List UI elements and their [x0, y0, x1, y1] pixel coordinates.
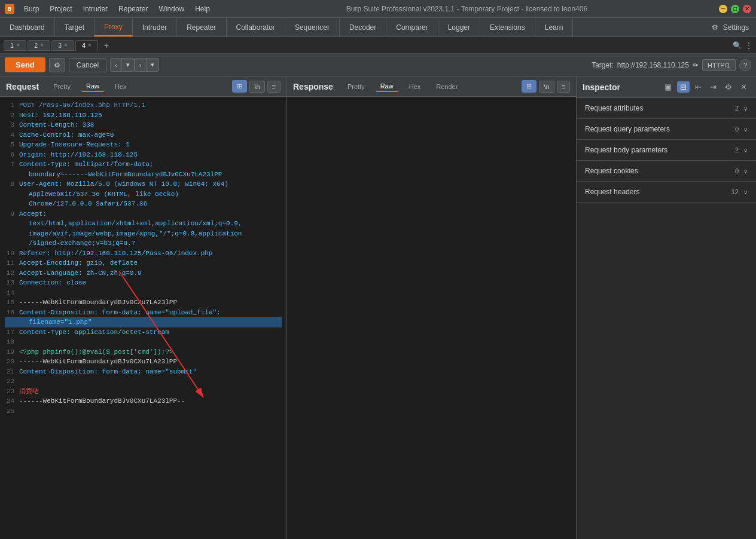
tab-add-button[interactable]: +: [99, 39, 114, 51]
toolbar: Send ⚙ Cancel ‹ ▾ › ▾ Target: http://192…: [0, 54, 756, 76]
request-wrap-button[interactable]: ⊞: [232, 80, 247, 93]
code-line: Chrome/127.0.0.0 Safari/537.36: [5, 199, 282, 209]
nav-sequencer[interactable]: Sequencer: [285, 18, 340, 36]
cancel-button[interactable]: Cancel: [69, 58, 106, 72]
nav-comparer[interactable]: Comparer: [386, 18, 438, 36]
http-version-selector[interactable]: HTTP/1: [702, 59, 736, 71]
nav-repeater[interactable]: Repeater: [177, 18, 226, 36]
tab-3[interactable]: 3 ×: [51, 40, 74, 51]
request-panel: Request Pretty Raw Hex ⊞ \n ≡ 1 POST /Pa…: [0, 76, 287, 539]
app-title: Burp Suite Professional v2023.1.1 - Temp…: [215, 5, 719, 13]
nav-back-dropdown[interactable]: ▾: [122, 58, 135, 72]
inspector-close[interactable]: ✕: [737, 81, 750, 93]
section-headers-count: 12: [731, 188, 739, 195]
inspector-section-attributes: Request attributes 2 ∨: [577, 98, 756, 119]
send-button[interactable]: Send: [5, 57, 45, 72]
close-button[interactable]: ✕: [743, 5, 751, 13]
response-view-raw[interactable]: Raw: [376, 81, 398, 92]
nav-decoder[interactable]: Decoder: [340, 18, 386, 36]
tab-2-close[interactable]: ×: [40, 42, 44, 48]
minimize-button[interactable]: ─: [719, 5, 727, 13]
code-line: 4 Cache-Control: max-age=0: [5, 130, 282, 140]
tab-search: 🔍 ⋮: [733, 41, 752, 50]
tab-2[interactable]: 2 ×: [28, 40, 50, 51]
edit-icon[interactable]: ✏: [693, 61, 699, 69]
code-line: 1 POST /Pass-06/index.php HTTP/1.1: [5, 100, 282, 111]
tab-4[interactable]: 4 ×: [75, 40, 98, 51]
tab-4-close[interactable]: ×: [88, 42, 92, 48]
menu-help[interactable]: Help: [190, 4, 215, 14]
request-title: Request: [6, 82, 39, 91]
more-icon[interactable]: ⋮: [745, 41, 752, 50]
code-line: 5 Upgrade-Insecure-Requests: 1: [5, 140, 282, 150]
inspector-view-single[interactable]: ▣: [662, 81, 675, 93]
menu-intruder[interactable]: Intruder: [78, 4, 112, 14]
nav-fwd-button[interactable]: ›: [135, 58, 147, 72]
code-line: 16 Content-Disposition: form-data; name=…: [5, 308, 282, 318]
request-view-hex[interactable]: Hex: [110, 82, 132, 91]
nav-settings[interactable]: ⚙ Settings: [705, 18, 756, 36]
menu-window[interactable]: Window: [154, 4, 189, 14]
search-icon[interactable]: 🔍: [733, 41, 742, 50]
section-cookies-count: 0: [735, 167, 739, 174]
request-format-button[interactable]: \n: [249, 81, 264, 93]
nav-collaborator[interactable]: Collaborator: [227, 18, 285, 36]
response-wrap-button[interactable]: ⊞: [522, 80, 536, 93]
code-line: /signed-exchange;v=b3;q=0.7: [5, 238, 282, 249]
response-view-pretty[interactable]: Pretty: [343, 82, 370, 91]
inspector-header: Inspector ▣ ⊟ ⇤ ⇥ ⚙ ✕: [577, 76, 756, 98]
request-code-area[interactable]: 1 POST /Pass-06/index.php HTTP/1.1 2 Hos…: [0, 97, 286, 539]
response-view-icons: ⊞ \n ≡: [522, 80, 570, 93]
burp-logo: B: [5, 4, 14, 14]
nav-dashboard[interactable]: Dashboard: [0, 18, 55, 36]
response-format-button[interactable]: \n: [539, 81, 554, 93]
inspector-settings[interactable]: ⚙: [722, 81, 735, 93]
nav-target[interactable]: Target: [55, 18, 94, 36]
code-line: image/avif,image/webp,image/apng,*/*;q=0…: [5, 229, 282, 239]
request-view-pretty[interactable]: Pretty: [48, 82, 75, 91]
tab-1[interactable]: 1 ×: [4, 40, 26, 51]
response-code-area[interactable]: [287, 97, 576, 539]
code-line: 17 Content-Type: application/octet-strea…: [5, 327, 282, 338]
nav-back-button[interactable]: ‹: [110, 58, 122, 72]
inspector-section-body-header[interactable]: Request body parameters 2 ∨: [577, 140, 756, 160]
send-settings-button[interactable]: ⚙: [49, 58, 65, 72]
nav-fwd-dropdown[interactable]: ▾: [147, 58, 159, 72]
help-icon[interactable]: ?: [739, 59, 751, 71]
section-body-title: Request body parameters: [585, 146, 735, 154]
tab-3-close[interactable]: ×: [64, 42, 68, 48]
tab-3-label: 3: [58, 42, 62, 49]
nav-extensions[interactable]: Extensions: [480, 18, 535, 36]
inspector-align-right[interactable]: ⇥: [707, 81, 720, 93]
inspector-view-split[interactable]: ⊟: [677, 81, 690, 93]
settings-icon: ⚙: [712, 23, 718, 32]
section-body-count: 2: [735, 146, 739, 154]
menu-burp[interactable]: Burp: [19, 4, 44, 14]
inspector-section-attributes-header[interactable]: Request attributes 2 ∨: [577, 98, 756, 118]
nav-learn[interactable]: Learn: [535, 18, 574, 36]
menu-project[interactable]: Project: [45, 4, 77, 14]
code-line: boundary=------WebKitFormBoundarydBJv0CX…: [5, 170, 282, 180]
response-menu-button[interactable]: ≡: [557, 81, 570, 93]
nav-proxy[interactable]: Proxy: [94, 18, 133, 36]
inspector-section-headers-header[interactable]: Request headers 12 ∨: [577, 182, 756, 202]
inspector-section-cookies-header[interactable]: Request cookies 0 ∨: [577, 161, 756, 181]
inspector-title: Inspector: [583, 82, 658, 92]
tab-1-close[interactable]: ×: [16, 42, 20, 48]
menu-repeater[interactable]: Repeater: [114, 4, 153, 14]
code-line: 9 Accept:: [5, 209, 282, 219]
maximize-button[interactable]: □: [731, 5, 739, 13]
nav-intruder[interactable]: Intruder: [133, 18, 177, 36]
response-view-hex[interactable]: Hex: [404, 82, 426, 91]
code-line: 3 Content-Length: 338: [5, 120, 282, 130]
inspector-section-query-header[interactable]: Request query parameters 0 ∨: [577, 119, 756, 139]
code-line: 8 User-Agent: Mozilla/5.0 (Windows NT 10…: [5, 179, 282, 189]
inspector-align-left[interactable]: ⇤: [692, 81, 705, 93]
target-label: Target:: [592, 61, 614, 69]
request-menu-button[interactable]: ≡: [267, 81, 281, 93]
response-view-render[interactable]: Render: [431, 82, 462, 91]
code-line: 13 Connection: close: [5, 278, 282, 288]
request-view-raw[interactable]: Raw: [81, 81, 104, 92]
nav-logger[interactable]: Logger: [438, 18, 480, 36]
code-line: 11 Accept-Encoding: gzip, deflate: [5, 258, 282, 268]
